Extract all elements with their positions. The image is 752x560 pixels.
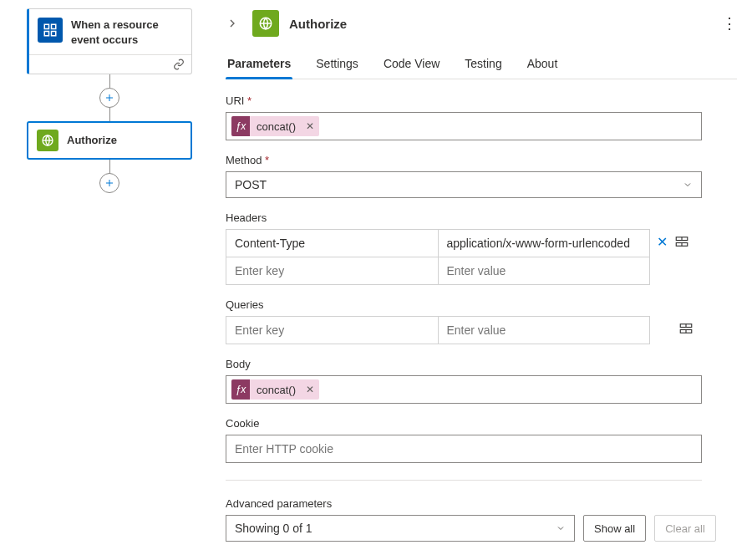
tab-parameters[interactable]: Parameters bbox=[226, 52, 292, 79]
field-method: Method * POST bbox=[226, 154, 737, 198]
link-icon bbox=[173, 59, 185, 70]
node-authorize[interactable]: Authorize bbox=[27, 121, 192, 160]
designer-canvas: When a resource event occurs Authorize bbox=[0, 0, 217, 560]
panel-tabs: Parameters Settings Code View Testing Ab… bbox=[226, 52, 737, 79]
expression-token[interactable]: ƒx concat() ✕ bbox=[231, 116, 319, 136]
add-action-button[interactable] bbox=[99, 88, 119, 108]
node-resource-event[interactable]: When a resource event occurs bbox=[27, 8, 192, 74]
show-all-button[interactable]: Show all bbox=[583, 515, 646, 542]
field-headers: Headers Content-Type application/x-www-f… bbox=[226, 211, 737, 285]
header-value-input[interactable]: Enter value bbox=[438, 257, 650, 285]
headers-table: Content-Type application/x-www-form-urle… bbox=[226, 229, 650, 285]
expression-token[interactable]: ƒx concat() ✕ bbox=[231, 379, 319, 400]
advanced-label: Advanced parameters bbox=[226, 497, 737, 510]
svg-rect-0 bbox=[44, 24, 48, 28]
svg-rect-1 bbox=[52, 24, 56, 28]
delete-row-button[interactable]: ✕ bbox=[657, 234, 668, 250]
table-row: Enter key Enter value bbox=[226, 317, 650, 344]
svg-rect-3 bbox=[52, 32, 56, 36]
section-divider bbox=[226, 480, 702, 481]
method-label: Method * bbox=[226, 154, 737, 166]
svg-rect-2 bbox=[44, 32, 48, 36]
tab-code-view[interactable]: Code View bbox=[382, 52, 441, 79]
toggle-mode-button[interactable] bbox=[674, 229, 689, 249]
tab-settings[interactable]: Settings bbox=[314, 52, 360, 79]
method-select[interactable]: POST bbox=[226, 171, 702, 198]
connector bbox=[27, 74, 192, 121]
toggle-mode-button[interactable] bbox=[678, 316, 694, 336]
field-queries: Queries Enter key Enter value bbox=[226, 298, 737, 344]
panel-header: Authorize ⋮ bbox=[226, 10, 737, 37]
globe-icon bbox=[37, 130, 58, 151]
node-title: When a resource event occurs bbox=[71, 18, 183, 48]
body-input[interactable]: ƒx concat() ✕ bbox=[226, 375, 702, 404]
field-advanced: Advanced parameters Showing 0 of 1 Show … bbox=[226, 497, 737, 542]
header-value-cell[interactable]: application/x-www-form-urlencoded bbox=[438, 230, 650, 257]
fx-icon: ƒx bbox=[231, 116, 250, 136]
method-value: POST bbox=[235, 178, 267, 191]
advanced-select[interactable]: Showing 0 of 1 bbox=[226, 515, 575, 542]
token-label: concat() bbox=[250, 384, 301, 396]
token-remove-button[interactable]: ✕ bbox=[301, 384, 319, 395]
connector bbox=[27, 160, 192, 193]
uri-input[interactable]: ƒx concat() ✕ bbox=[226, 112, 702, 140]
headers-label: Headers bbox=[226, 211, 737, 224]
advanced-summary: Showing 0 of 1 bbox=[235, 522, 312, 535]
queries-label: Queries bbox=[226, 298, 737, 311]
body-label: Body bbox=[226, 358, 737, 370]
back-button[interactable] bbox=[226, 17, 242, 30]
uri-label: URI * bbox=[226, 94, 737, 107]
chevron-down-icon bbox=[683, 180, 693, 190]
token-remove-button[interactable]: ✕ bbox=[301, 120, 319, 132]
cookie-input[interactable]: Enter HTTP cookie bbox=[226, 435, 702, 463]
clear-all-button: Clear all bbox=[654, 515, 716, 542]
header-key-input[interactable]: Enter key bbox=[226, 257, 439, 285]
globe-icon bbox=[252, 10, 279, 37]
token-label: concat() bbox=[250, 120, 301, 133]
query-value-input[interactable]: Enter value bbox=[438, 317, 650, 344]
field-body: Body ƒx concat() ✕ bbox=[226, 358, 737, 404]
fx-icon: ƒx bbox=[231, 379, 250, 400]
action-panel: Authorize ⋮ Parameters Settings Code Vie… bbox=[217, 0, 752, 560]
more-menu-button[interactable]: ⋮ bbox=[722, 14, 737, 33]
cookie-label: Cookie bbox=[226, 417, 737, 430]
queries-table: Enter key Enter value bbox=[226, 316, 650, 344]
grid-icon bbox=[38, 18, 63, 43]
table-row: Enter key Enter value bbox=[226, 257, 650, 285]
query-key-input[interactable]: Enter key bbox=[226, 317, 439, 344]
table-row: Content-Type application/x-www-form-urle… bbox=[226, 230, 650, 257]
add-action-button[interactable] bbox=[99, 173, 119, 193]
field-cookie: Cookie Enter HTTP cookie bbox=[226, 417, 737, 463]
node-title: Authorize bbox=[67, 130, 117, 151]
field-uri: URI * ƒx concat() ✕ bbox=[226, 94, 737, 140]
panel-title: Authorize bbox=[289, 17, 347, 31]
tab-about[interactable]: About bbox=[526, 52, 560, 79]
chevron-down-icon bbox=[556, 523, 566, 533]
header-key-cell[interactable]: Content-Type bbox=[226, 230, 439, 257]
tab-testing[interactable]: Testing bbox=[463, 52, 503, 79]
